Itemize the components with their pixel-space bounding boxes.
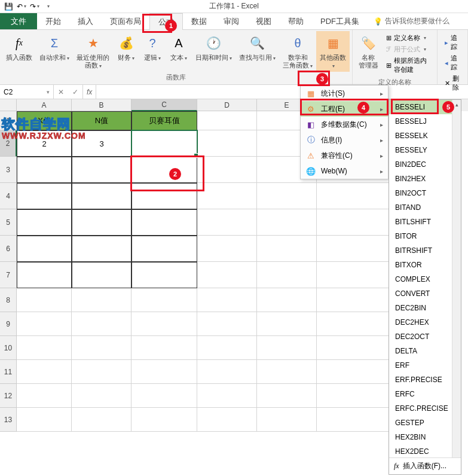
cell-C9[interactable] (131, 312, 197, 336)
tab-home[interactable]: 开始 (37, 13, 69, 29)
func-item-bessely[interactable]: BESSELY (389, 143, 452, 157)
cell-A4[interactable] (17, 183, 72, 209)
func-item-bin2dec[interactable]: BIN2DEC (389, 157, 452, 172)
tab-file[interactable]: 文件 (0, 13, 37, 29)
enter-formula-button[interactable]: ✓ (68, 85, 82, 99)
row-header[interactable]: 4 (0, 183, 17, 209)
cell-E9[interactable] (257, 312, 317, 336)
redo-button[interactable]: ↷▾ (29, 1, 41, 12)
cell-A10[interactable] (17, 336, 72, 360)
func-item-gestep[interactable]: GESTEP (389, 416, 452, 430)
row-header[interactable]: 7 (0, 262, 17, 288)
autosum-button[interactable]: Σ 自动求和▾ (36, 31, 73, 72)
cell-B12[interactable] (72, 384, 131, 408)
row-header[interactable]: 9 (0, 312, 17, 336)
tab-review[interactable]: 审阅 (215, 13, 247, 29)
row-header[interactable]: 1 (0, 111, 17, 130)
cell-B10[interactable] (72, 336, 131, 360)
cell-E12[interactable] (257, 384, 317, 408)
menu-statistical[interactable]: ▦ 统计(S) ▸ (301, 86, 388, 101)
func-item-hex2bin[interactable]: HEX2BIN (389, 430, 452, 444)
row-header[interactable]: 2 (0, 130, 17, 157)
cell-D8[interactable] (197, 288, 257, 312)
cell-B2[interactable]: 3 (72, 130, 131, 157)
cell-C13[interactable] (131, 408, 197, 432)
cell-E7[interactable] (257, 262, 317, 288)
row-header[interactable]: 13 (0, 408, 17, 432)
more-functions-button[interactable]: ▦ 其他函数▾ (316, 31, 350, 72)
func-item-delta[interactable]: DELTA (389, 344, 452, 358)
math-button[interactable]: θ 数学和 三角函数▾ (279, 31, 316, 72)
func-item-erfc[interactable]: ERFC (389, 387, 452, 401)
cell-C8[interactable] (131, 288, 197, 312)
cell-B8[interactable] (72, 288, 131, 312)
cell-A2[interactable]: 2 (17, 130, 72, 157)
cancel-formula-button[interactable]: ✕ (54, 85, 68, 99)
func-item-bitand[interactable]: BITAND (389, 200, 452, 215)
row-header[interactable]: 11 (0, 360, 17, 384)
cell-B7[interactable] (72, 262, 131, 288)
func-item-erfc-precise[interactable]: ERFC.PRECISE (389, 401, 452, 416)
cell-A1[interactable]: X值 (17, 111, 72, 130)
menu-web[interactable]: 🌐 Web(W) ▸ (301, 163, 388, 179)
col-header-a[interactable]: A (17, 99, 72, 111)
cell-C5[interactable] (131, 209, 197, 236)
row-header[interactable]: 6 (0, 236, 17, 262)
cell-D5[interactable] (197, 209, 257, 236)
func-item-complex[interactable]: COMPLEX (389, 272, 452, 286)
cell-D2[interactable] (197, 130, 257, 157)
cell-C11[interactable] (131, 360, 197, 384)
save-button[interactable]: 💾 (2, 1, 14, 12)
cell-A11[interactable] (17, 360, 72, 384)
trace-precedents-button[interactable]: ▸追踪 (442, 32, 463, 53)
cell-E11[interactable] (257, 360, 317, 384)
tab-pdf[interactable]: PDF工具集 (312, 13, 368, 29)
logical-button[interactable]: ? 逻辑▾ (139, 31, 166, 72)
select-all-corner[interactable] (0, 99, 17, 111)
cell-A13[interactable] (17, 408, 72, 432)
tab-help[interactable]: 帮助 (280, 13, 312, 29)
fx-button[interactable]: fx (82, 85, 96, 99)
cell-C1[interactable]: 贝赛耳值 (131, 111, 197, 130)
cell-C3[interactable] (131, 157, 197, 183)
cell-A3[interactable] (17, 157, 72, 183)
col-header-d[interactable]: D (197, 99, 257, 111)
func-item-bitor[interactable]: BITOR (389, 229, 452, 243)
cell-D6[interactable] (197, 236, 257, 262)
cell-D7[interactable] (197, 262, 257, 288)
row-header[interactable]: 5 (0, 209, 17, 236)
menu-information[interactable]: ⓘ 信息(I) ▸ (301, 132, 388, 148)
cell-B3[interactable] (72, 157, 131, 183)
tab-data[interactable]: 数据 (183, 13, 215, 29)
undo-button[interactable]: ↶▾ (16, 1, 27, 12)
row-header[interactable]: 12 (0, 384, 17, 408)
menu-compatibility[interactable]: ⚠ 兼容性(C) ▸ (301, 148, 388, 163)
func-item-bitxor[interactable]: BITXOR (389, 258, 452, 272)
cell-D3[interactable] (197, 157, 257, 183)
func-item-erf-precise[interactable]: ERF.PRECISE (389, 373, 452, 387)
func-item-bin2hex[interactable]: BIN2HEX (389, 172, 452, 186)
formula-input[interactable] (96, 85, 468, 99)
cell-E4[interactable] (257, 183, 317, 209)
func-item-convert[interactable]: CONVERT (389, 286, 452, 301)
func-item-dec2oct[interactable]: DEC2OCT (389, 329, 452, 344)
func-item-bitlshift[interactable]: BITLSHIFT (389, 215, 452, 229)
cell-C7[interactable] (131, 262, 197, 288)
row-header[interactable]: 8 (0, 288, 17, 312)
cell-C10[interactable] (131, 336, 197, 360)
menu-engineering[interactable]: ⚙ 工程(E) ▸ (301, 101, 388, 117)
col-header-c[interactable]: C (131, 99, 197, 111)
menu-cube[interactable]: ◧ 多维数据集(C) ▸ (301, 117, 388, 132)
cell-B9[interactable] (72, 312, 131, 336)
tell-me-search[interactable]: 💡 告诉我你想要做什么 (374, 13, 449, 29)
insert-function-footer[interactable]: fx 插入函数(F)... (389, 457, 461, 474)
cell-B5[interactable] (72, 209, 131, 236)
financial-button[interactable]: 💰 财务▾ (113, 31, 139, 72)
use-in-formula-button[interactable]: ℱ用于公式▾ (384, 44, 432, 55)
func-item-erf[interactable]: ERF (389, 358, 452, 373)
func-item-besselk[interactable]: BESSELK (389, 129, 452, 143)
cell-B13[interactable] (72, 408, 131, 432)
func-item-dec2bin[interactable]: DEC2BIN (389, 301, 452, 315)
cell-E8[interactable] (257, 288, 317, 312)
cell-D4[interactable] (197, 183, 257, 209)
